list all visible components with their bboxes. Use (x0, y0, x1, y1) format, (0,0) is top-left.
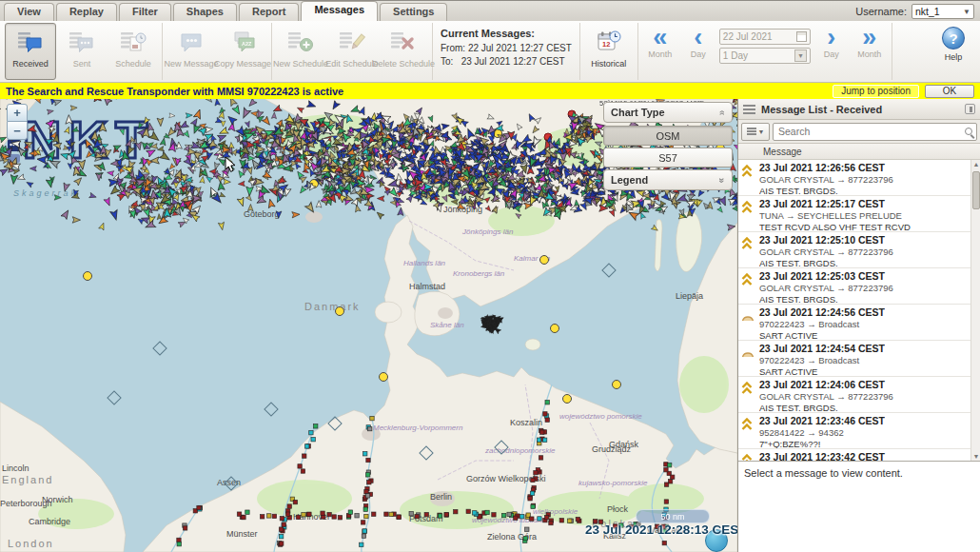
tab-strip: ViewReplayFilterShapesReportMessagesSett… (0, 0, 980, 21)
chevron-down-icon: ▼ (794, 49, 807, 62)
month-back-button[interactable]: « Month (641, 23, 679, 80)
date-field[interactable]: 22 Jul 2021 (719, 29, 811, 45)
current-messages-title: Current Messages: (441, 27, 572, 42)
scrollbar-thumb[interactable] (972, 171, 980, 209)
tab-replay[interactable]: Replay (56, 3, 117, 21)
list-filter-dropdown[interactable]: ▼ (741, 123, 770, 141)
broadcast-icon (741, 307, 755, 340)
message-list-title: Message List - Received (761, 104, 882, 115)
toolbar-received-button[interactable]: Received (5, 23, 56, 80)
mouse-cursor (225, 156, 238, 173)
tab-report[interactable]: Report (239, 3, 299, 21)
username-area: Username: nkt_1 ▼ (855, 4, 974, 19)
message-preview-pane: Select a message to view content. (738, 461, 980, 552)
chart-type-panel: Chart Type » OSM S57 Legend » (603, 102, 733, 193)
message-list-item[interactable]: 23 Jul 2021 12:25:03 CESTGOLAR CRYSTAL →… (738, 268, 980, 305)
search-icon (965, 128, 972, 135)
priority-icon (741, 271, 755, 304)
scroll-down-icon[interactable]: ▼ (971, 453, 980, 460)
new-schedule-icon (288, 28, 314, 56)
range-value: 1 Day (723, 50, 748, 61)
expand-icon: » (717, 177, 728, 183)
priority-icon (741, 380, 755, 412)
month-back-label: Month (648, 49, 672, 59)
to-label: To: (441, 56, 453, 67)
scrollbar[interactable]: ▲ ▼ (970, 160, 980, 461)
range-select[interactable]: 1 Day ▼ (719, 48, 811, 64)
tab-messages[interactable]: Messages (301, 1, 378, 21)
help-icon: ? (942, 27, 965, 49)
legend-title: Legend (611, 174, 648, 186)
historical-button[interactable]: 12 Historical (583, 23, 635, 80)
chart-type-title: Chart Type (611, 107, 665, 118)
message-list-item[interactable]: 23 Jul 2021 12:24:06 CESTGOLAR CRYSTAL →… (738, 377, 980, 413)
message-list-item[interactable]: 23 Jul 2021 12:23:46 CEST952841422 → 943… (738, 413, 980, 449)
pin-icon[interactable] (965, 104, 975, 114)
menu-icon (743, 105, 755, 114)
zoom-out-button[interactable]: − (7, 122, 28, 140)
list-icon (747, 128, 756, 135)
osm-button[interactable]: OSM (603, 126, 733, 146)
copy-message-icon: A2Z (230, 28, 256, 56)
schedule-icon (121, 28, 147, 56)
map-viewport[interactable]: SkagerrakGöteborgGötalands länJönköpingJ… (0, 99, 737, 552)
ok-button[interactable]: OK (925, 85, 974, 98)
month-forward-button[interactable]: » Month (851, 23, 889, 80)
map-clock: 23 Jul 2021 12:28:13 CEST (585, 522, 737, 537)
alert-text: The Search and Rescue Transponder with M… (6, 86, 343, 97)
chevron-right-icon: › (827, 25, 835, 49)
tab-shapes[interactable]: Shapes (173, 3, 237, 21)
message-list-item[interactable]: 23 Jul 2021 12:25:17 CESTTUNA → SEYCHELL… (738, 196, 980, 232)
historical-label: Historical (591, 59, 626, 69)
help-label: Help (945, 52, 963, 62)
to-value: 23 Jul 2021 12:27 CEST (461, 56, 565, 67)
svg-text:A2Z: A2Z (242, 41, 252, 47)
chevron-left-icon: ‹ (694, 25, 702, 49)
message-list-item[interactable]: 23 Jul 2021 12:23:42 CESTCHRISTIANE DEYM… (738, 449, 980, 461)
svg-text:12: 12 (602, 40, 610, 49)
toolbar-new-message-button: New Message (166, 23, 217, 80)
month-forward-label: Month (857, 49, 881, 59)
historical-calendar-icon: 12 (597, 28, 621, 56)
toolbar-sent-button: Sent (56, 23, 108, 80)
received-icon (18, 28, 44, 56)
map-zoom-control: + − (7, 104, 28, 140)
sart-alert-bar: The Search and Rescue Transponder with M… (0, 83, 980, 99)
s57-button[interactable]: S57 (603, 148, 733, 168)
double-chevron-right-icon: » (862, 25, 876, 49)
message-list-item[interactable]: 23 Jul 2021 12:24:56 CEST970222423 → Bro… (738, 305, 980, 341)
message-list-item[interactable]: 23 Jul 2021 12:24:54 CEST970222423 → Bro… (738, 341, 980, 377)
message-list-item[interactable]: 23 Jul 2021 12:25:10 CESTGOLAR CRYSTAL →… (738, 232, 980, 268)
edit-schedule-icon (340, 28, 365, 56)
from-value: 22 Jul 2021 12:27 CEST (468, 43, 572, 53)
help-button[interactable]: ? Help (942, 23, 965, 80)
collapse-icon: » (717, 109, 728, 115)
priority-icon (741, 452, 755, 461)
tab-settings[interactable]: Settings (380, 3, 447, 21)
day-back-button[interactable]: ‹ Day (679, 23, 717, 80)
legend-header[interactable]: Legend » (603, 169, 733, 190)
tab-view[interactable]: View (4, 3, 54, 21)
username-label: Username: (855, 6, 907, 17)
message-column-header[interactable]: Message (738, 144, 980, 160)
priority-icon (741, 235, 755, 267)
message-list-item[interactable]: 23 Jul 2021 12:26:56 CESTGOLAR CRYSTAL →… (738, 160, 980, 196)
username-dropdown[interactable]: nkt_1 ▼ (911, 4, 974, 19)
from-label: From: (441, 43, 465, 53)
jump-to-position-button[interactable]: Jump to position (833, 85, 919, 98)
sent-icon (69, 28, 95, 56)
username-value: nkt_1 (915, 6, 940, 17)
zoom-in-button[interactable]: + (7, 104, 28, 122)
message-list[interactable]: 23 Jul 2021 12:26:56 CESTGOLAR CRYSTAL →… (738, 160, 980, 461)
toolbar-new-schedule-button: New Schedule (275, 23, 326, 80)
search-input[interactable] (774, 124, 976, 140)
scroll-up-icon[interactable]: ▲ (971, 161, 980, 168)
tab-filter[interactable]: Filter (119, 3, 171, 21)
chart-type-header[interactable]: Chart Type » (603, 102, 733, 123)
message-list-header[interactable]: Message List - Received (738, 99, 980, 120)
day-forward-button[interactable]: › Day (813, 23, 851, 80)
message-list-panel: Message List - Received ▼ Message 23 Jul… (737, 99, 980, 552)
new-message-icon (179, 28, 205, 56)
day-back-label: Day (691, 49, 706, 59)
map-scale-bar: 50 nm (636, 509, 710, 523)
